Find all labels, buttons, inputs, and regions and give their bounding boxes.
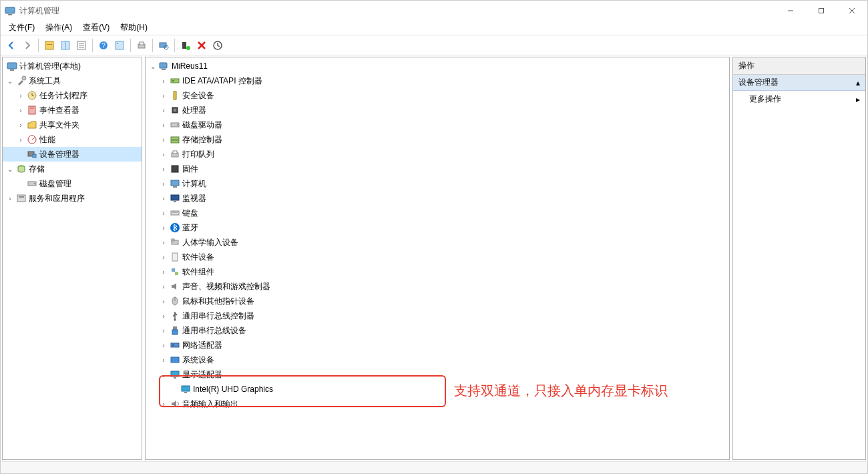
device-tree[interactable]: ⌄MiReus11›IDE ATA/ATAPI 控制器›安全设备›处理器›磁盘驱…: [146, 57, 729, 413]
actions-item-more[interactable]: 更多操作 ▸: [733, 91, 865, 107]
device-category[interactable]: ›鼠标和其他指针设备: [146, 294, 729, 308]
chevron-right-icon[interactable]: ›: [159, 296, 168, 306]
chevron-right-icon[interactable]: ›: [16, 91, 25, 100]
device-category[interactable]: ›系统设备: [146, 352, 729, 367]
show-hide-tree-button[interactable]: [42, 38, 57, 53]
scan-hardware-button[interactable]: [156, 38, 171, 53]
view-options-button[interactable]: [112, 38, 127, 53]
help-button[interactable]: ?: [96, 38, 111, 53]
device-category[interactable]: ›通用串行总线控制器: [146, 308, 729, 323]
chevron-right-icon[interactable]: ›: [159, 120, 168, 130]
chevron-right-icon[interactable]: ›: [16, 105, 25, 115]
ide-icon: [170, 75, 180, 86]
chevron-right-icon[interactable]: ›: [159, 179, 168, 188]
print-button[interactable]: [134, 38, 149, 53]
svg-rect-42: [162, 69, 166, 70]
tree-item-event-viewer[interactable]: › 事件查看器: [3, 103, 142, 117]
device-category[interactable]: ›计算机: [146, 176, 729, 191]
network-icon: [170, 340, 180, 350]
device-category[interactable]: ›磁盘驱动器: [146, 117, 729, 132]
enable-device-button[interactable]: [178, 38, 193, 53]
tree-group-system-tools[interactable]: ⌄ 系统工具: [3, 73, 142, 88]
device-category[interactable]: ›IDE ATA/ATAPI 控制器: [146, 73, 729, 88]
device-category[interactable]: ›固件: [146, 162, 729, 176]
menu-view[interactable]: 查看(V): [77, 21, 115, 35]
update-driver-button[interactable]: [210, 38, 225, 53]
computer-management-icon: [7, 61, 17, 71]
chevron-right-icon[interactable]: ›: [159, 150, 168, 159]
actions-item-label: 更多操作: [749, 93, 781, 105]
device-root[interactable]: ⌄MiReus11: [146, 59, 729, 73]
menu-file[interactable]: 文件(F): [3, 21, 40, 35]
chevron-right-icon[interactable]: ›: [159, 340, 168, 350]
device-category[interactable]: ›键盘: [146, 206, 729, 220]
device-category[interactable]: ›通用串行总线设备: [146, 323, 729, 338]
device-category[interactable]: ›声音、视频和游戏控制器: [146, 279, 729, 294]
device-category[interactable]: ›软件设备: [146, 250, 729, 264]
properties-button[interactable]: [74, 38, 89, 53]
svg-point-38: [34, 183, 35, 184]
chevron-right-icon[interactable]: ›: [159, 399, 168, 409]
device-category[interactable]: ›音频输入和输出: [146, 397, 729, 411]
security-icon: [170, 90, 180, 101]
chevron-right-icon[interactable]: ›: [159, 252, 168, 262]
svg-rect-64: [172, 253, 178, 261]
close-button[interactable]: [837, 1, 867, 21]
chevron-right-icon[interactable]: ›: [16, 120, 25, 130]
tree-item-performance[interactable]: › 性能: [3, 132, 142, 147]
actions-pane: 操作 设备管理器 ▴ 更多操作 ▸: [732, 57, 866, 460]
chevron-right-icon[interactable]: ›: [159, 238, 168, 247]
svg-rect-56: [173, 186, 177, 188]
chevron-right-icon[interactable]: ›: [159, 164, 168, 174]
device-category[interactable]: ›网络适配器: [146, 338, 729, 352]
tree-item-device-manager[interactable]: 设备管理器: [3, 147, 142, 162]
device-category[interactable]: ›打印队列: [146, 147, 729, 162]
device-category[interactable]: ›处理器: [146, 103, 729, 117]
view-split-button[interactable]: [58, 38, 73, 53]
tree-group-services-apps[interactable]: › 服务和应用程序: [3, 191, 142, 206]
actions-section[interactable]: 设备管理器 ▴: [733, 75, 865, 91]
device-category[interactable]: ›蓝牙: [146, 220, 729, 235]
tree-group-storage[interactable]: ⌄ 存储: [3, 162, 142, 176]
tree-label: 服务和应用程序: [29, 193, 89, 204]
chevron-right-icon[interactable]: ›: [159, 282, 168, 291]
device-category[interactable]: ›监视器: [146, 191, 729, 206]
tree-item-shared-folders[interactable]: › 共享文件夹: [3, 117, 142, 132]
chevron-right-icon[interactable]: ›: [159, 91, 168, 100]
back-button[interactable]: [4, 38, 19, 53]
menu-action[interactable]: 操作(A): [40, 21, 77, 35]
chevron-right-icon[interactable]: ›: [159, 135, 168, 144]
chevron-right-icon[interactable]: ›: [159, 355, 168, 365]
tree-item-disk-management[interactable]: 磁盘管理: [3, 176, 142, 191]
chevron-right-icon[interactable]: ›: [159, 208, 168, 218]
device-category[interactable]: ›人体学输入设备: [146, 235, 729, 250]
maximize-button[interactable]: [806, 1, 837, 21]
chevron-right-icon[interactable]: ›: [159, 326, 168, 335]
chevron-right-icon[interactable]: ›: [159, 76, 168, 85]
device-category[interactable]: ›软件组件: [146, 264, 729, 279]
chevron-down-icon[interactable]: ⌄: [5, 76, 15, 85]
bluetooth-icon: [170, 222, 180, 233]
tree-root[interactable]: 计算机管理(本地): [3, 59, 142, 73]
chevron-right-icon[interactable]: ›: [159, 267, 168, 276]
chevron-down-icon[interactable]: ⌄: [148, 61, 158, 71]
forward-button[interactable]: [20, 38, 35, 53]
chevron-right-icon[interactable]: ›: [159, 223, 168, 232]
uninstall-device-button[interactable]: [194, 38, 209, 53]
sound-icon: [170, 281, 180, 292]
chevron-down-icon[interactable]: ⌄: [159, 370, 168, 379]
device-category[interactable]: ›存储控制器: [146, 132, 729, 147]
chevron-right-icon[interactable]: ›: [159, 105, 168, 115]
chevron-right-icon[interactable]: ›: [16, 135, 25, 144]
device-item[interactable]: Intel(R) UHD Graphics: [146, 382, 729, 397]
chevron-right-icon[interactable]: ›: [159, 194, 168, 203]
chevron-right-icon[interactable]: ›: [159, 311, 168, 320]
menu-help[interactable]: 帮助(H): [115, 21, 153, 35]
tree-item-task-scheduler[interactable]: › 任务计划程序: [3, 88, 142, 103]
minimize-button[interactable]: [775, 1, 806, 21]
chevron-right-icon[interactable]: ›: [5, 194, 15, 203]
console-tree[interactable]: 计算机管理(本地) ⌄ 系统工具 › 任务计划程序 › 事件查看器: [3, 57, 142, 207]
chevron-down-icon[interactable]: ⌄: [5, 164, 15, 174]
device-category[interactable]: ›安全设备: [146, 88, 729, 103]
device-category[interactable]: ⌄显示适配器: [146, 367, 729, 382]
